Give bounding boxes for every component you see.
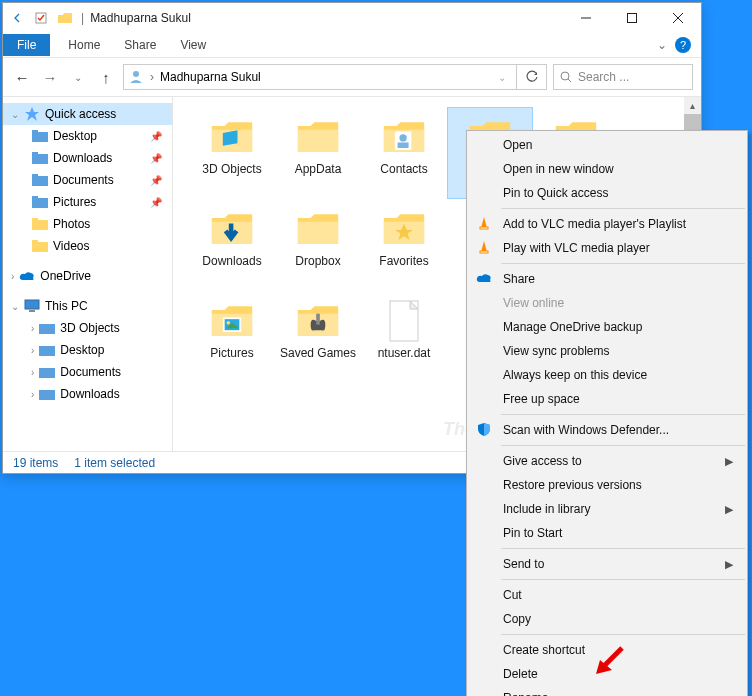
- ctx-add-to-vlc-media-player-s-playlist[interactable]: Add to VLC media player's Playlist: [467, 212, 747, 236]
- ribbon-tab-share[interactable]: Share: [112, 34, 168, 56]
- chevron-right-icon: ▶: [725, 558, 733, 571]
- svg-marker-42: [481, 217, 487, 228]
- ctx-give-access-to[interactable]: Give access to▶: [467, 449, 747, 473]
- nav-forward-button[interactable]: →: [39, 69, 61, 86]
- svg-rect-2: [628, 14, 637, 23]
- ctx-share[interactable]: Share: [467, 267, 747, 291]
- ctx-scan-with-windows-defender[interactable]: Scan with Windows Defender...: [467, 418, 747, 442]
- ctx-cut[interactable]: Cut: [467, 583, 747, 607]
- sidebar-item-pictures[interactable]: Pictures📌: [3, 191, 172, 213]
- back-qat-icon[interactable]: [7, 12, 27, 24]
- user-icon: [128, 68, 144, 87]
- nav-recent-button[interactable]: ⌄: [67, 72, 89, 83]
- chevron-right-icon: ▶: [725, 503, 733, 516]
- file-item-saved-games[interactable]: Saved Games: [275, 291, 361, 383]
- refresh-button[interactable]: [517, 64, 547, 90]
- help-icon[interactable]: ?: [675, 37, 691, 53]
- sidebar-item-videos[interactable]: Videos: [3, 235, 172, 257]
- pc-icon: [23, 297, 41, 315]
- folder-small-icon: [38, 319, 56, 337]
- sidebar-item-documents[interactable]: Documents📌: [3, 169, 172, 191]
- folder-icon: [276, 112, 360, 162]
- ctx-view-sync-problems[interactable]: View sync problems: [467, 339, 747, 363]
- sidebar-onedrive[interactable]: › OneDrive: [3, 265, 172, 287]
- search-input[interactable]: Search ...: [553, 64, 693, 90]
- ctx-manage-onedrive-backup[interactable]: Manage OneDrive backup: [467, 315, 747, 339]
- cloud-icon: [18, 267, 36, 285]
- svg-rect-26: [39, 390, 55, 400]
- annotation-arrow-icon: [592, 642, 628, 678]
- file-item-pictures[interactable]: Pictures: [189, 291, 275, 383]
- ribbon-tab-home[interactable]: Home: [56, 34, 112, 56]
- folder-small-icon: [31, 127, 49, 145]
- sidebar-item-3d-objects[interactable]: ›3D Objects: [3, 317, 172, 339]
- svg-point-5: [133, 71, 139, 77]
- ctx-restore-previous-versions[interactable]: Restore previous versions: [467, 473, 747, 497]
- svg-rect-30: [398, 143, 409, 149]
- qat-check-icon[interactable]: [31, 12, 51, 24]
- scroll-up-icon[interactable]: ▴: [684, 97, 701, 114]
- ctx-open-in-new-window[interactable]: Open in new window: [467, 157, 747, 181]
- sidebar-item-documents[interactable]: ›Documents: [3, 361, 172, 383]
- item-label: Contacts: [362, 162, 446, 176]
- sidebar-item-downloads[interactable]: Downloads📌: [3, 147, 172, 169]
- svg-rect-24: [39, 346, 55, 356]
- sidebar-quick-access[interactable]: ⌄ Quick access: [3, 103, 172, 125]
- nav-back-button[interactable]: ←: [11, 69, 33, 86]
- sidebar-this-pc[interactable]: ⌄ This PC: [3, 295, 172, 317]
- svg-rect-21: [25, 300, 39, 309]
- file-item-3d-objects[interactable]: 3D Objects: [189, 107, 275, 199]
- ctx-send-to[interactable]: Send to▶: [467, 552, 747, 576]
- nav-sidebar: ⌄ Quick access Desktop📌Downloads📌Documen…: [3, 97, 173, 451]
- folder-icon: [190, 112, 274, 162]
- pin-icon: 📌: [150, 131, 162, 142]
- sidebar-item-desktop[interactable]: Desktop📌: [3, 125, 172, 147]
- address-path: Madhuparna Sukul: [160, 70, 261, 84]
- ctx-include-in-library[interactable]: Include in library▶: [467, 497, 747, 521]
- svg-marker-44: [481, 241, 487, 252]
- address-box[interactable]: › Madhuparna Sukul ⌄: [123, 64, 517, 90]
- ctx-rename[interactable]: Rename: [467, 686, 747, 696]
- item-label: Pictures: [190, 346, 274, 360]
- file-item-ntuser-dat[interactable]: ntuser.dat: [361, 291, 447, 383]
- search-icon: [560, 71, 572, 83]
- ribbon-expand-icon[interactable]: ⌄: [657, 38, 667, 52]
- item-label: Favorites: [362, 254, 446, 268]
- ctx-free-up-space[interactable]: Free up space: [467, 387, 747, 411]
- ctx-copy[interactable]: Copy: [467, 607, 747, 631]
- file-item-downloads[interactable]: Downloads: [189, 199, 275, 291]
- ribbon-file-tab[interactable]: File: [3, 34, 50, 56]
- status-count: 19 items: [13, 456, 58, 470]
- folder-icon: [190, 296, 274, 346]
- ctx-pin-to-start[interactable]: Pin to Start: [467, 521, 747, 545]
- folder-icon: [362, 112, 446, 162]
- minimize-button[interactable]: [563, 3, 609, 33]
- title-bar[interactable]: | Madhuparna Sukul: [3, 3, 701, 33]
- pin-icon: 📌: [150, 197, 162, 208]
- file-item-dropbox[interactable]: Dropbox: [275, 199, 361, 291]
- sidebar-item-photos[interactable]: Photos: [3, 213, 172, 235]
- folder-icon: [362, 296, 446, 346]
- file-item-contacts[interactable]: Contacts: [361, 107, 447, 199]
- ctx-pin-to-quick-access[interactable]: Pin to Quick access: [467, 181, 747, 205]
- cloud-icon: [475, 272, 493, 287]
- chevron-right-icon: ▶: [725, 455, 733, 468]
- sidebar-item-downloads[interactable]: ›Downloads: [3, 383, 172, 405]
- sidebar-item-desktop[interactable]: ›Desktop: [3, 339, 172, 361]
- ribbon-tab-view[interactable]: View: [168, 34, 218, 56]
- star-icon: [23, 105, 41, 123]
- ctx-always-keep-on-this-device[interactable]: Always keep on this device: [467, 363, 747, 387]
- address-dropdown-icon[interactable]: ⌄: [498, 72, 506, 83]
- svg-rect-43: [480, 227, 488, 229]
- close-button[interactable]: [655, 3, 701, 33]
- svg-rect-45: [480, 251, 488, 253]
- nav-up-button[interactable]: ↑: [95, 69, 117, 86]
- folder-icon: [276, 204, 360, 254]
- ctx-view-online[interactable]: View online: [467, 291, 747, 315]
- file-item-appdata[interactable]: AppData: [275, 107, 361, 199]
- context-menu: OpenOpen in new windowPin to Quick acces…: [466, 130, 748, 696]
- ctx-play-with-vlc-media-player[interactable]: Play with VLC media player: [467, 236, 747, 260]
- file-item-favorites[interactable]: Favorites: [361, 199, 447, 291]
- ctx-open[interactable]: Open: [467, 133, 747, 157]
- maximize-button[interactable]: [609, 3, 655, 33]
